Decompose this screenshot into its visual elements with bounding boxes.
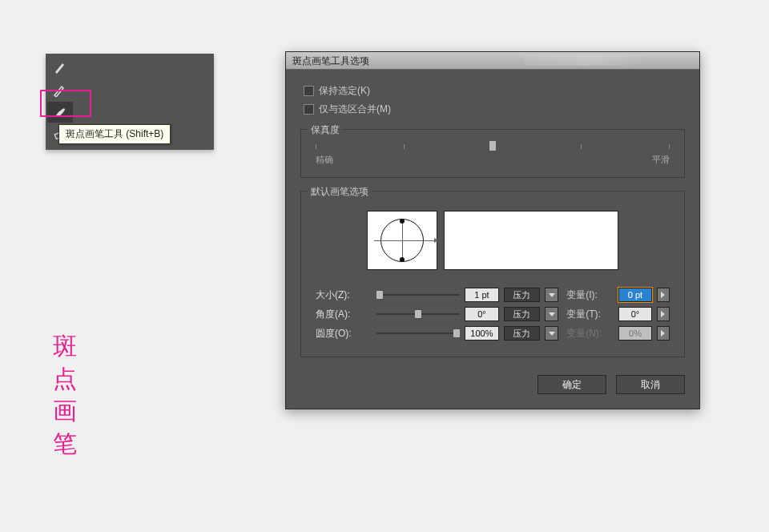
tooltip: 斑点画笔工具 (Shift+B) [58, 124, 171, 144]
size-var-label: 变量(I): [566, 288, 613, 302]
merge-selection-row[interactable]: 仅与选区合并(M) [304, 103, 685, 116]
angle-slider-handle[interactable] [415, 310, 421, 318]
merge-selection-checkbox[interactable] [304, 104, 314, 115]
roundness-mode-dd-btn[interactable] [545, 326, 559, 341]
fidelity-right-label: 平滑 [652, 154, 670, 166]
default-brush-label: 默认画笔选项 [308, 185, 372, 199]
fidelity-left-label: 精确 [316, 154, 333, 166]
roundness-field[interactable]: 100% [465, 326, 499, 341]
roundness-var-field: 0% [618, 326, 653, 341]
angle-label: 角度(A): [316, 308, 372, 321]
fidelity-label: 保真度 [308, 123, 343, 137]
size-slider-handle[interactable] [376, 291, 383, 299]
angle-field[interactable]: 0° [465, 307, 499, 321]
roundness-slider[interactable] [376, 328, 460, 339]
angle-var-label: 变量(T): [566, 308, 613, 321]
size-var-step[interactable] [657, 288, 670, 302]
fidelity-slider[interactable] [316, 144, 670, 149]
size-field[interactable]: 1 pt [465, 288, 499, 302]
dialog-titlebar: 斑点画笔工具选项 [286, 52, 699, 70]
roundness-label: 圆度(O): [316, 327, 372, 341]
angle-var-step[interactable] [657, 307, 670, 321]
default-brush-group: 默认画笔选项 大小(Z): 1 pt 压力 [300, 191, 685, 357]
keep-selected-checkbox[interactable] [304, 86, 314, 96]
fidelity-slider-handle[interactable] [489, 141, 496, 151]
page-heading: 斑 点 画 笔 [53, 330, 78, 460]
selection-highlight [40, 90, 91, 117]
roundness-slider-handle[interactable] [453, 329, 460, 337]
keep-selected-label: 保持选定(K) [319, 84, 370, 98]
size-mode-dd-btn[interactable] [545, 288, 559, 302]
brush-tool-icon[interactable] [47, 57, 73, 78]
angle-mode-dropdown[interactable]: 压力 [504, 307, 540, 321]
angle-mode-dd-btn[interactable] [545, 307, 559, 321]
brush-shape-preview [367, 211, 437, 270]
angle-row: 角度(A): 0° 压力 变量(T): 0° [316, 307, 670, 321]
size-row: 大小(Z): 1 pt 压力 变量(I): 0 pt [316, 288, 670, 302]
ok-button[interactable]: 确定 [537, 375, 606, 394]
dialog-title-text: 斑点画笔工具选项 [292, 55, 369, 66]
roundness-mode-dropdown[interactable]: 压力 [504, 326, 540, 341]
fidelity-group: 保真度 精确 平滑 [300, 129, 685, 178]
brush-stroke-preview [444, 211, 618, 270]
size-slider[interactable] [376, 289, 460, 300]
keep-selected-row[interactable]: 保持选定(K) [304, 84, 685, 98]
roundness-var-step [657, 326, 670, 341]
roundness-row: 圆度(O): 100% 压力 变量(N): 0% [316, 326, 670, 341]
size-var-field[interactable]: 0 pt [618, 288, 653, 302]
size-label: 大小(Z): [316, 288, 372, 302]
size-mode-dropdown[interactable]: 压力 [504, 288, 540, 302]
merge-selection-label: 仅与选区合并(M) [319, 103, 391, 116]
blob-brush-options-dialog: 斑点画笔工具选项 保持选定(K) 仅与选区合并(M) 保真度 精确 平滑 默认画… [285, 51, 700, 409]
cancel-button[interactable]: 取消 [616, 375, 685, 394]
angle-var-field[interactable]: 0° [618, 307, 653, 321]
angle-slider[interactable] [376, 308, 460, 320]
roundness-var-label: 变量(N): [566, 327, 613, 341]
